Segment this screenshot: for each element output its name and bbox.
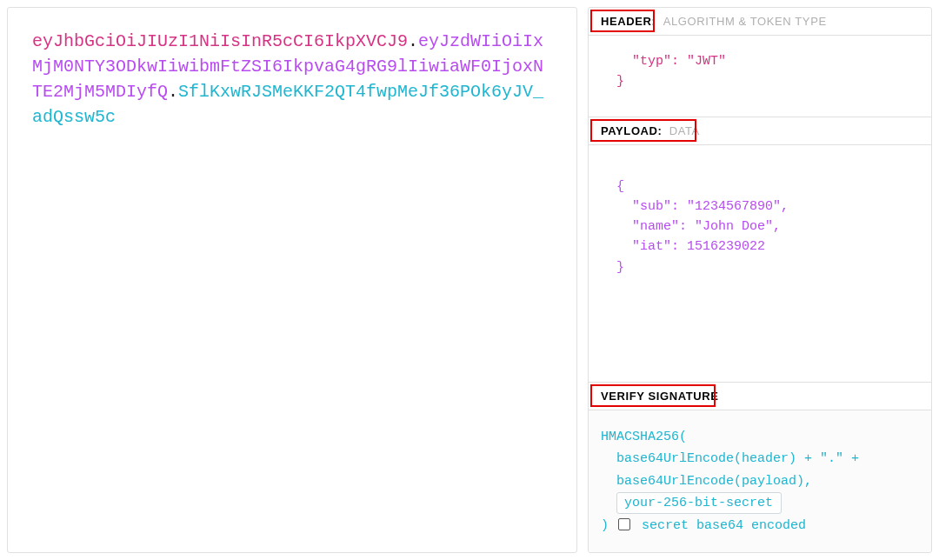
decoded-column: HEADER: ALGORITHM & TOKEN TYPE "typ": "J… — [588, 7, 932, 553]
signature-title-label: VERIFY SIGNATURE — [601, 390, 719, 403]
section-title-header: HEADER: ALGORITHM & TOKEN TYPE — [589, 8, 931, 36]
payload-subtitle-label: DATA — [669, 124, 700, 137]
token-header-segment: eyJhbGciOiJIUzI1NiIsInR5cCI6IkpXVCJ9 — [32, 31, 408, 51]
base64-checkbox[interactable] — [618, 518, 630, 530]
section-title-payload: PAYLOAD: DATA — [589, 117, 931, 145]
secret-input[interactable] — [616, 492, 782, 514]
header-json-body[interactable]: "typ": "JWT" } — [589, 36, 931, 117]
token-dot: . — [408, 31, 418, 51]
section-title-signature: VERIFY SIGNATURE — [589, 383, 931, 410]
signature-body: HMACSHA256( base64UrlEncode(header) + ".… — [589, 410, 931, 553]
header-title-label: HEADER: — [601, 15, 656, 28]
sig-line-1: HMACSHA256( — [601, 426, 919, 449]
base64-checkbox-label: secret base64 encoded — [642, 518, 806, 533]
sig-line-3: base64UrlEncode(payload), — [601, 470, 919, 493]
payload-title-label: PAYLOAD: — [601, 124, 663, 137]
encoded-token-panel[interactable]: eyJhbGciOiJIUzI1NiIsInR5cCI6IkpXVCJ9.eyJ… — [7, 7, 577, 553]
payload-json-body[interactable]: { "sub": "1234567890", "name": "John Doe… — [589, 145, 931, 383]
sig-secret-row — [601, 492, 919, 515]
header-subtitle-label: ALGORITHM & TOKEN TYPE — [663, 15, 827, 28]
token-dot: . — [168, 82, 178, 102]
sig-line-2: base64UrlEncode(header) + "." + — [601, 448, 919, 470]
sig-close-paren: ) — [601, 518, 609, 533]
sig-close-row: ) secret base64 encoded — [601, 515, 919, 537]
